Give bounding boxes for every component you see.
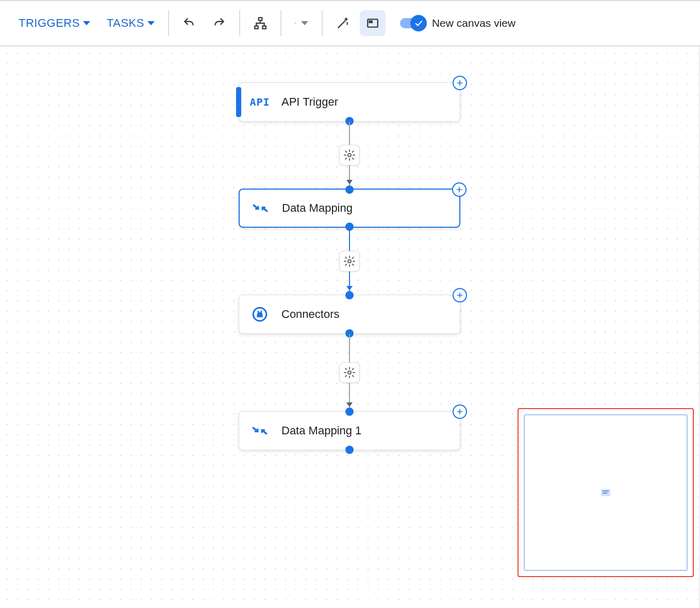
layout-icon (254, 15, 267, 31)
chevron-down-icon (147, 21, 155, 25)
edge (349, 228, 350, 295)
plus-icon (455, 185, 463, 194)
data-map-icon (251, 199, 270, 217)
svg-point-28 (348, 371, 351, 374)
edge (349, 122, 350, 189)
redo-button[interactable] (206, 10, 232, 36)
node-label: Data Mapping 1 (281, 424, 361, 437)
tasks-label: TASKS (107, 16, 144, 30)
svg-line-11 (338, 21, 345, 28)
input-port[interactable] (345, 291, 354, 299)
flow-column: API API Trigger Data Mapping (239, 82, 460, 450)
magic-wand-button[interactable] (330, 10, 356, 36)
edge (349, 334, 350, 411)
gear-icon (343, 149, 356, 161)
canvas[interactable]: API API Trigger Data Mapping (0, 46, 700, 608)
auto-layout-button[interactable] (247, 10, 273, 36)
arrow-icon (346, 180, 353, 184)
minimap-toggle-button[interactable] (360, 10, 386, 36)
edge-config-button[interactable] (339, 362, 360, 383)
undo-button[interactable] (176, 10, 202, 36)
input-port[interactable] (345, 185, 354, 194)
node-label: Connectors (281, 308, 340, 321)
node-connectors[interactable]: Connectors (239, 295, 460, 334)
svg-rect-16 (369, 21, 373, 23)
edge-config-button[interactable] (339, 251, 360, 272)
add-button[interactable] (453, 288, 467, 302)
node-data-mapping[interactable]: Data Mapping (239, 189, 460, 228)
node-data-mapping-1[interactable]: Data Mapping 1 (239, 411, 460, 450)
tasks-dropdown[interactable]: TASKS (101, 9, 161, 38)
zoom-icon (295, 16, 296, 30)
chevron-down-icon (301, 21, 308, 25)
input-port[interactable] (345, 408, 354, 416)
minimap-icon (366, 15, 379, 31)
gear-icon (343, 255, 356, 267)
svg-point-22 (348, 260, 351, 263)
plus-icon (456, 291, 464, 299)
add-button[interactable] (453, 76, 467, 90)
toolbar: TRIGGERS TASKS (0, 0, 700, 46)
connector-icon (251, 305, 269, 324)
add-button[interactable] (453, 404, 467, 419)
separator (168, 10, 169, 36)
data-map-icon (251, 421, 269, 440)
trigger-accent (236, 87, 241, 117)
minimap-node-icon (601, 489, 610, 496)
arrow-icon (346, 286, 353, 291)
plus-icon (456, 408, 464, 416)
chevron-down-icon (83, 21, 90, 25)
separator (280, 10, 281, 36)
minimap-viewport[interactable] (524, 414, 688, 571)
plus-icon (456, 79, 464, 87)
api-icon: API (251, 93, 269, 111)
edge-config-button[interactable] (339, 145, 360, 165)
triggers-dropdown[interactable]: TRIGGERS (12, 9, 96, 38)
new-canvas-toggle[interactable] (400, 18, 425, 28)
wand-icon (336, 16, 349, 30)
separator (322, 10, 323, 36)
svg-point-19 (348, 154, 351, 157)
gear-icon (343, 366, 356, 379)
svg-line-8 (295, 23, 296, 24)
node-label: Data Mapping (282, 201, 353, 215)
check-icon (410, 15, 427, 31)
node-label: API Trigger (281, 95, 338, 109)
zoom-dropdown[interactable] (289, 10, 314, 36)
redo-icon (212, 15, 226, 31)
triggers-label: TRIGGERS (19, 16, 80, 30)
add-button[interactable] (452, 182, 466, 197)
output-port[interactable] (345, 446, 354, 454)
minimap[interactable] (518, 408, 694, 577)
undo-icon (182, 15, 196, 31)
separator (239, 10, 240, 36)
new-canvas-label: New canvas view (432, 17, 515, 29)
arrow-icon (346, 402, 353, 407)
node-api-trigger[interactable]: API API Trigger (239, 82, 460, 122)
